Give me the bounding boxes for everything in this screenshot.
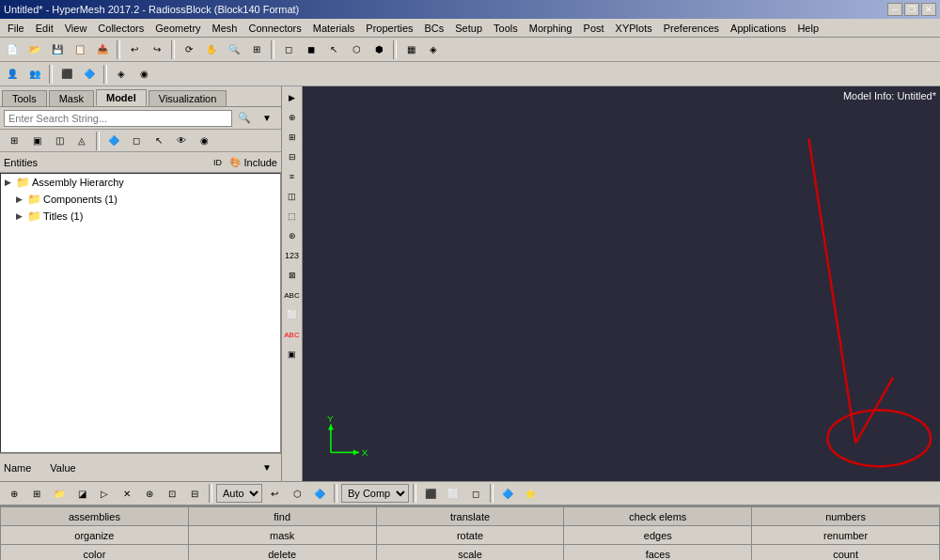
tab-tools[interactable]: Tools bbox=[2, 90, 47, 106]
bt-btn6[interactable]: ✕ bbox=[117, 483, 137, 504]
new-btn[interactable]: 📄 bbox=[2, 39, 23, 60]
bt-btn13[interactable]: ⬛ bbox=[420, 483, 441, 504]
menu-renumber[interactable]: renumber bbox=[752, 526, 940, 545]
render1-btn[interactable]: ⬡ bbox=[346, 39, 367, 60]
select-btn[interactable]: ◻ bbox=[278, 39, 299, 60]
panel-btn2[interactable]: ▣ bbox=[26, 131, 47, 151]
panel-eye2-btn[interactable]: ◉ bbox=[194, 131, 214, 151]
tree-titles[interactable]: ▶ 📁 Titles (1) bbox=[12, 208, 280, 225]
people-btn[interactable]: 👥 bbox=[24, 64, 45, 85]
menu-applications[interactable]: Applications bbox=[725, 22, 791, 35]
by-comp-select[interactable]: By Comp bbox=[341, 484, 409, 503]
menu-file[interactable]: File bbox=[2, 22, 30, 35]
menu-scale[interactable]: scale bbox=[377, 545, 565, 560]
bt-btn4[interactable]: ◪ bbox=[71, 483, 92, 504]
menu-xyplots[interactable]: XYPlots bbox=[610, 22, 658, 35]
fit-btn[interactable]: ⊞ bbox=[246, 39, 267, 60]
import-btn[interactable]: 📥 bbox=[92, 39, 113, 60]
view2-btn[interactable]: ◈ bbox=[423, 39, 444, 60]
open-btn[interactable]: 📂 bbox=[24, 39, 45, 60]
menu-morphing[interactable]: Morphing bbox=[524, 22, 578, 35]
menu-faces[interactable]: faces bbox=[564, 545, 752, 560]
side-btn-14[interactable]: ▣ bbox=[283, 345, 302, 364]
bt-btn17[interactable]: ⭐ bbox=[520, 483, 540, 504]
person-btn[interactable]: 👤 bbox=[2, 64, 23, 85]
save-btn[interactable]: 💾 bbox=[47, 39, 68, 60]
side-btn-3[interactable]: ⊞ bbox=[283, 128, 302, 147]
auto-select[interactable]: Auto bbox=[216, 484, 262, 503]
menu-setup[interactable]: Setup bbox=[449, 22, 488, 35]
menu-view[interactable]: View bbox=[59, 22, 93, 35]
menu-edit[interactable]: Edit bbox=[30, 22, 59, 35]
minimize-button[interactable]: ─ bbox=[887, 3, 902, 16]
extra2-btn[interactable]: ◉ bbox=[133, 64, 154, 85]
comp1-btn[interactable]: ⬛ bbox=[56, 64, 77, 85]
menu-help[interactable]: Help bbox=[791, 22, 824, 35]
bt-btn3[interactable]: 📁 bbox=[49, 483, 70, 504]
extra1-btn[interactable]: ◈ bbox=[111, 64, 132, 85]
menu-tools[interactable]: Tools bbox=[488, 22, 524, 35]
side-btn-4[interactable]: ⊟ bbox=[283, 148, 302, 166]
side-btn-8[interactable]: ⊛ bbox=[283, 226, 302, 245]
undo-btn[interactable]: ↩ bbox=[124, 39, 145, 60]
menu-preferences[interactable]: Preferences bbox=[658, 22, 725, 35]
bt-btn9[interactable]: ⊟ bbox=[184, 483, 205, 504]
redo-btn[interactable]: ↪ bbox=[147, 39, 167, 60]
side-btn-13[interactable]: ABC bbox=[283, 325, 302, 344]
menu-count[interactable]: count bbox=[752, 545, 940, 560]
color-swatch[interactable]: 🎨 bbox=[227, 155, 243, 170]
tree-assembly-hierarchy[interactable]: ▶ 📁 Assembly Hierarchy bbox=[1, 174, 280, 191]
cursor-btn[interactable]: ↖ bbox=[323, 39, 344, 60]
bt-btn2[interactable]: ⊞ bbox=[26, 483, 47, 504]
side-btn-12[interactable]: ⬜ bbox=[283, 305, 302, 324]
pan-btn[interactable]: ✋ bbox=[201, 39, 222, 60]
rotate-btn[interactable]: ⟳ bbox=[179, 39, 199, 60]
bt-btn8[interactable]: ⊡ bbox=[162, 483, 182, 504]
panel-btn1[interactable]: ⊞ bbox=[4, 131, 24, 151]
zoom-btn[interactable]: 🔍 bbox=[224, 39, 244, 60]
menu-materials[interactable]: Materials bbox=[307, 22, 361, 35]
render2-btn[interactable]: ⬢ bbox=[368, 39, 389, 60]
menu-connectors[interactable]: Connectors bbox=[243, 22, 306, 35]
bt-btn12[interactable]: 🔷 bbox=[309, 483, 330, 504]
search-button[interactable]: 🔍 bbox=[234, 108, 255, 129]
panel-btn3[interactable]: ◫ bbox=[49, 131, 70, 151]
bt-btn7[interactable]: ⊛ bbox=[139, 483, 160, 504]
search-options-btn[interactable]: ▼ bbox=[257, 108, 277, 129]
bt-btn10[interactable]: ↩ bbox=[264, 483, 285, 504]
bt-btn1[interactable]: ⊕ bbox=[4, 483, 24, 504]
menu-geometry[interactable]: Geometry bbox=[149, 22, 206, 35]
menu-bcs[interactable]: BCs bbox=[419, 22, 450, 35]
menu-color[interactable]: color bbox=[1, 545, 189, 560]
menu-edges[interactable]: edges bbox=[564, 526, 752, 545]
panel-3d-btn[interactable]: 🔷 bbox=[103, 131, 124, 151]
panel-eye-btn[interactable]: 👁 bbox=[171, 131, 192, 151]
comp2-btn[interactable]: 🔷 bbox=[79, 64, 100, 85]
menu-mesh[interactable]: Mesh bbox=[207, 22, 243, 35]
menu-delete[interactable]: delete bbox=[189, 545, 377, 560]
viewport[interactable]: Model Info: Untitled* X Y bbox=[303, 86, 940, 481]
menu-rotate[interactable]: rotate bbox=[377, 526, 565, 545]
side-btn-7[interactable]: ⬚ bbox=[283, 207, 302, 226]
side-btn-2[interactable]: ⊕ bbox=[283, 108, 302, 127]
menu-collectors[interactable]: Collectors bbox=[92, 22, 149, 35]
bt-btn16[interactable]: 🔷 bbox=[497, 483, 518, 504]
bt-btn5[interactable]: ▷ bbox=[94, 483, 115, 504]
side-btn-6[interactable]: ◫ bbox=[283, 187, 302, 206]
side-btn-5[interactable]: ≡ bbox=[283, 167, 302, 186]
menu-post[interactable]: Post bbox=[578, 22, 610, 35]
side-btn-10[interactable]: ⊠ bbox=[283, 266, 302, 285]
side-btn-11[interactable]: ABC bbox=[283, 286, 302, 304]
bt-btn11[interactable]: ⬡ bbox=[287, 483, 307, 504]
save-as-btn[interactable]: 📋 bbox=[70, 39, 90, 60]
tab-visualization[interactable]: Visualization bbox=[149, 90, 227, 106]
maximize-button[interactable]: ❒ bbox=[904, 3, 919, 16]
bt-btn14[interactable]: ⬜ bbox=[443, 483, 463, 504]
tab-mask[interactable]: Mask bbox=[49, 90, 94, 106]
close-button[interactable]: ✕ bbox=[921, 3, 936, 16]
menu-organize[interactable]: organize bbox=[1, 526, 189, 545]
menu-mask[interactable]: mask bbox=[189, 526, 377, 545]
search-input[interactable] bbox=[4, 110, 232, 127]
view1-btn[interactable]: ▦ bbox=[400, 39, 421, 60]
tree-components[interactable]: ▶ 📁 Components (1) bbox=[12, 191, 280, 208]
